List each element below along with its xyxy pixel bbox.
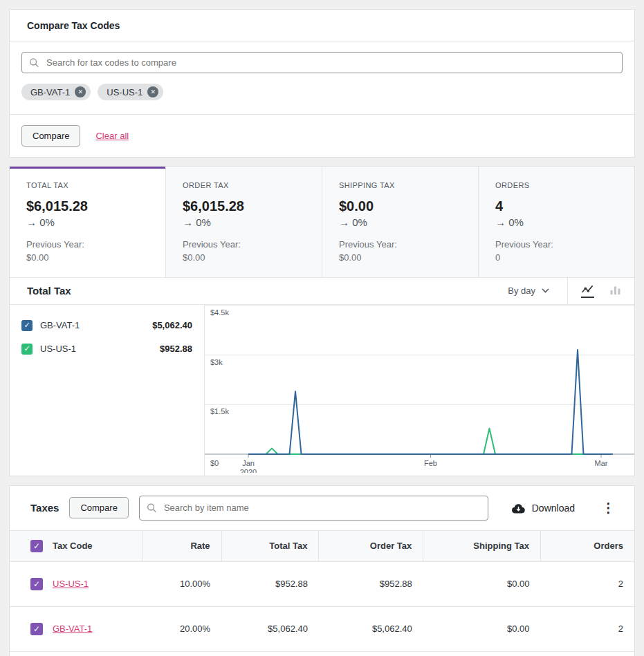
bar-chart-icon[interactable]	[609, 285, 621, 297]
cell-shipping-tax: $0.00	[423, 606, 541, 651]
taxes-table-card: Taxes Compare Download ⋮	[9, 485, 635, 656]
svg-text:$4.5k: $4.5k	[210, 308, 229, 317]
remove-chip-icon[interactable]: ✕	[75, 86, 86, 97]
compare-card-footer: Compare Clear all	[10, 114, 634, 157]
cell-total-tax: $952.88	[221, 561, 319, 606]
summary-value: 4	[495, 198, 618, 214]
series-checkbox[interactable]: ✓	[21, 344, 33, 355]
series-checkbox[interactable]: ✓	[21, 320, 33, 331]
tax-code-link[interactable]: US-US-1	[53, 579, 89, 589]
search-icon	[29, 57, 39, 68]
chip-label: GB-VAT-1	[30, 87, 70, 97]
cell-order-tax: $5,062.40	[319, 606, 423, 651]
table-header-bar: Taxes Compare Download ⋮	[10, 486, 634, 530]
cell-orders: 2	[541, 561, 635, 606]
table-summary-row: 2tax codes $6,015.28total tax $6,015.28o…	[10, 652, 634, 656]
svg-text:$1.5k: $1.5k	[210, 407, 229, 415]
cell-rate: 10.00%	[142, 561, 221, 606]
legend-total: $5,062.40	[152, 320, 192, 330]
chart-header: Total Tax By day	[10, 278, 634, 305]
tab-total-tax[interactable]: TOTAL TAX $6,015.28 → 0% Previous Year: …	[10, 167, 166, 277]
legend-item-us-us-1[interactable]: ✓ US-US-1 $952.88	[10, 337, 204, 361]
column-header-orders[interactable]: Orders	[541, 530, 635, 561]
column-header-total-tax[interactable]: Total Tax	[221, 530, 319, 561]
summary-value: $6,015.28	[183, 198, 305, 214]
summary-delta: → 0%	[339, 216, 461, 228]
tax-chart-svg: Jan2020FebMar$0$1.5k$3k$4.5k	[205, 305, 634, 473]
remove-chip-icon[interactable]: ✕	[147, 86, 158, 97]
line-chart-icon[interactable]	[581, 284, 594, 298]
summary-delta: → 0%	[26, 216, 149, 228]
svg-text:Feb: Feb	[424, 459, 437, 467]
tax-code-chip[interactable]: US-US-1 ✕	[98, 84, 163, 100]
summary-delta: → 0%	[495, 216, 618, 228]
compare-card-body: GB-VAT-1 ✕ US-US-1 ✕	[10, 41, 634, 114]
column-label: Tax Code	[53, 541, 93, 551]
report-panel: TOTAL TAX $6,015.28 → 0% Previous Year: …	[9, 166, 635, 476]
tax-code-search-input[interactable]	[21, 52, 623, 73]
cell-total-tax: $5,062.40	[221, 606, 319, 651]
summary-prev-label: Previous Year:	[183, 238, 305, 252]
svg-text:$0: $0	[210, 459, 219, 467]
row-checkbox[interactable]: ✓	[30, 578, 43, 590]
interval-dropdown[interactable]: By day	[490, 278, 567, 304]
cell-shipping-tax: $0.00	[423, 561, 541, 606]
svg-text:Jan: Jan	[242, 459, 255, 467]
taxes-table: ✓ Tax Code Rate Total Tax Order Tax Ship…	[10, 530, 634, 652]
cell-order-tax: $952.88	[319, 561, 423, 606]
tax-code-link[interactable]: GB-VAT-1	[53, 624, 92, 634]
table-header-row: ✓ Tax Code Rate Total Tax Order Tax Ship…	[10, 530, 634, 561]
download-button[interactable]: Download	[502, 503, 585, 514]
select-all-checkbox[interactable]: ✓	[30, 540, 43, 552]
tab-shipping-tax[interactable]: SHIPPING TAX $0.00 → 0% Previous Year: $…	[322, 167, 479, 277]
summary-value: $0.00	[339, 198, 461, 214]
cell-rate: 20.00%	[142, 606, 221, 651]
chevron-down-icon	[542, 288, 549, 293]
column-header-tax-code[interactable]: ✓ Tax Code	[10, 530, 142, 561]
legend-total: $952.88	[160, 344, 192, 354]
item-search-input[interactable]	[139, 496, 488, 521]
clear-all-link[interactable]: Clear all	[95, 131, 129, 141]
legend-label: US-US-1	[40, 344, 76, 354]
legend-item-gb-vat-1[interactable]: ✓ GB-VAT-1 $5,062.40	[10, 314, 204, 337]
tab-orders[interactable]: ORDERS 4 → 0% Previous Year: 0	[479, 167, 634, 277]
table-title: Taxes	[30, 502, 59, 514]
chart-area[interactable]: Jan2020FebMar$0$1.5k$3k$4.5k	[205, 305, 634, 476]
compare-card-title: Compare Tax Codes	[10, 10, 634, 41]
column-header-shipping-tax[interactable]: Shipping Tax	[423, 530, 541, 561]
compare-tax-codes-card: Compare Tax Codes GB-VAT-1 ✕ US-US-1 ✕	[9, 9, 635, 158]
column-header-rate[interactable]: Rate	[142, 530, 221, 561]
cloud-download-icon	[511, 503, 526, 514]
summary-label: SHIPPING TAX	[339, 181, 461, 189]
legend-label: GB-VAT-1	[40, 320, 80, 330]
cell-orders: 2	[541, 606, 635, 651]
search-icon	[147, 503, 157, 513]
download-label: Download	[532, 503, 575, 514]
chip-label: US-US-1	[107, 87, 142, 97]
row-checkbox[interactable]: ✓	[30, 623, 43, 635]
table-compare-button[interactable]: Compare	[69, 497, 128, 518]
summary-prev-label: Previous Year:	[495, 238, 618, 252]
chart-body: ✓ GB-VAT-1 $5,062.40 ✓ US-US-1 $952.88 J…	[10, 305, 634, 476]
column-header-order-tax[interactable]: Order Tax	[319, 530, 423, 561]
summary-prev-value: $0.00	[26, 252, 149, 265]
table-row: ✓ GB-VAT-1 20.00% $5,062.40 $5,062.40 $0…	[10, 606, 634, 651]
tab-order-tax[interactable]: ORDER TAX $6,015.28 → 0% Previous Year: …	[166, 167, 322, 277]
taxes-report-page: Compare Tax Codes GB-VAT-1 ✕ US-US-1 ✕	[0, 0, 644, 656]
kebab-menu-icon[interactable]: ⋮	[595, 501, 622, 514]
summary-prev-value: $0.00	[339, 252, 461, 265]
summary-prev-value: 0	[495, 252, 618, 265]
selected-tax-code-chips: GB-VAT-1 ✕ US-US-1 ✕	[21, 84, 623, 100]
svg-text:2020: 2020	[240, 468, 257, 473]
compare-button[interactable]: Compare	[21, 125, 80, 147]
summary-value: $6,015.28	[26, 198, 149, 214]
chart-title: Total Tax	[10, 278, 490, 304]
summary-label: ORDER TAX	[183, 181, 305, 189]
summary-prev-value: $0.00	[183, 252, 305, 265]
tax-code-chip[interactable]: GB-VAT-1 ✕	[21, 84, 91, 100]
summary-label: TOTAL TAX	[26, 181, 149, 189]
svg-text:Mar: Mar	[595, 459, 608, 467]
table-row: ✓ US-US-1 10.00% $952.88 $952.88 $0.00 2	[10, 561, 634, 606]
summary-tabs: TOTAL TAX $6,015.28 → 0% Previous Year: …	[10, 167, 634, 278]
svg-text:$3k: $3k	[210, 357, 223, 366]
